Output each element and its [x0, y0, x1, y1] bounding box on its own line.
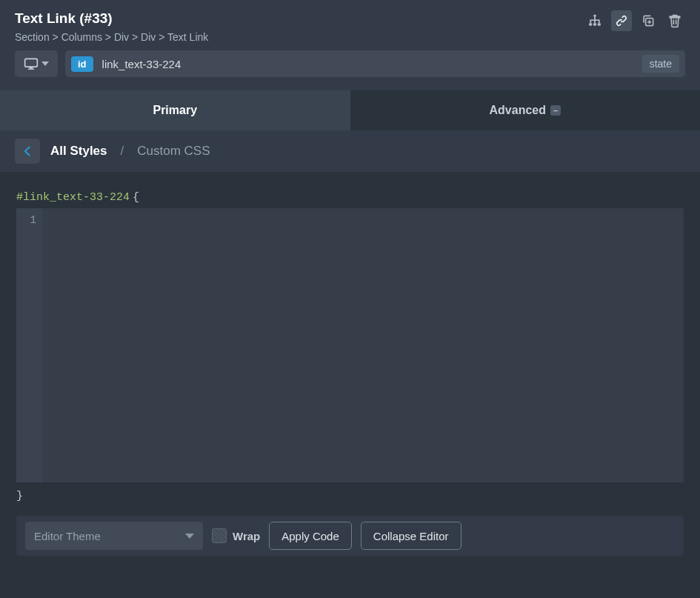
- breadcrumb-item-current: Text Link: [167, 31, 208, 43]
- header-actions: [584, 10, 685, 31]
- svg-rect-8: [598, 23, 601, 25]
- id-row: id state: [0, 50, 700, 90]
- subnav-root[interactable]: All Styles: [50, 144, 107, 159]
- duplicate-icon[interactable]: [638, 10, 659, 31]
- breadcrumb-item[interactable]: Columns: [61, 31, 102, 43]
- id-badge: id: [71, 56, 93, 72]
- tabs: Primary Advanced –: [0, 90, 700, 130]
- theme-select-label: Editor Theme: [34, 530, 101, 542]
- checkbox-icon: [212, 528, 227, 543]
- subnav-current: Custom CSS: [137, 144, 210, 159]
- collapse-editor-button[interactable]: Collapse Editor: [361, 522, 461, 550]
- link-icon[interactable]: [611, 10, 632, 31]
- structure-icon[interactable]: [584, 10, 605, 31]
- svg-rect-6: [589, 23, 592, 25]
- back-button[interactable]: [15, 139, 40, 164]
- css-close-brace: }: [16, 490, 684, 502]
- breadcrumb-item[interactable]: Div: [114, 31, 129, 43]
- svg-rect-4: [594, 21, 596, 23]
- tab-label: Primary: [153, 104, 197, 117]
- css-editor: #link_text-33-224{ 1 }: [0, 172, 700, 502]
- wrap-toggle[interactable]: Wrap: [212, 528, 260, 543]
- code-area[interactable]: [42, 208, 684, 482]
- trash-icon[interactable]: [664, 10, 685, 31]
- tab-indicator: –: [550, 105, 561, 116]
- chevron-down-icon: [185, 534, 194, 539]
- svg-rect-16: [28, 69, 34, 70]
- apply-code-button[interactable]: Apply Code: [269, 522, 352, 550]
- code-gutter: 1: [16, 208, 42, 482]
- svg-rect-15: [30, 67, 33, 69]
- breadcrumb-item[interactable]: Div: [141, 31, 156, 43]
- svg-rect-3: [590, 21, 591, 23]
- svg-point-0: [593, 15, 596, 18]
- breadcrumb-item[interactable]: Section: [15, 31, 50, 43]
- chevron-down-icon: [41, 62, 49, 66]
- gutter-line: 1: [16, 214, 36, 226]
- wrap-label: Wrap: [233, 530, 260, 542]
- id-input[interactable]: [102, 58, 633, 70]
- code-box: 1: [16, 208, 684, 482]
- svg-rect-5: [599, 21, 600, 23]
- page-title: Text Link (#33): [15, 10, 208, 27]
- breadcrumb: Section > Columns > Div > Div > Text Lin…: [15, 31, 208, 43]
- tab-label: Advanced: [490, 104, 546, 117]
- svg-rect-14: [25, 59, 38, 67]
- editor-theme-select[interactable]: Editor Theme: [25, 522, 203, 550]
- device-select[interactable]: [15, 50, 58, 77]
- editor-footer: Editor Theme Wrap Apply Code Collapse Ed…: [16, 516, 684, 556]
- header: Text Link (#33) Section > Columns > Div …: [0, 0, 700, 50]
- tab-primary[interactable]: Primary: [0, 90, 350, 130]
- subnav: All Styles / Custom CSS: [0, 130, 700, 172]
- state-button[interactable]: state: [642, 55, 679, 73]
- svg-rect-7: [593, 23, 596, 25]
- css-selector: #link_text-33-224: [16, 191, 130, 204]
- svg-rect-2: [590, 19, 599, 21]
- tab-advanced[interactable]: Advanced –: [350, 90, 701, 130]
- css-selector-line: #link_text-33-224{: [16, 191, 684, 204]
